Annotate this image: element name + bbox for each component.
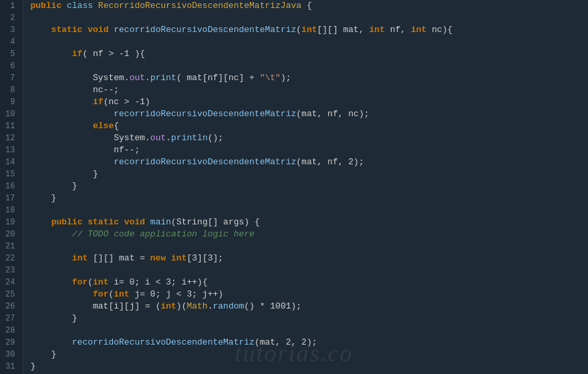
line-number: 13 (5, 144, 17, 156)
code-area: public class RecorridoRecursivoDescenden… (23, 0, 588, 374)
code-line: for(int j= 0; j < 3; j++) (30, 289, 581, 301)
line-number: 11 (5, 120, 17, 132)
line-number: 9 (5, 96, 17, 108)
code-line (30, 204, 581, 216)
code-line (30, 12, 581, 24)
line-number: 1 (5, 0, 17, 12)
code-line: public static void main(String[] args) { (30, 216, 581, 228)
code-line: public class RecorridoRecursivoDescenden… (30, 0, 581, 12)
code-line: static void recorridoRecursivoDescendent… (30, 24, 581, 36)
code-line: nf--; (30, 144, 581, 156)
line-number: 10 (5, 108, 17, 120)
line-number: 20 (5, 228, 17, 240)
code-line (30, 60, 581, 72)
line-number: 5 (5, 48, 17, 60)
code-line: } (30, 180, 581, 192)
line-number: 16 (5, 180, 17, 192)
line-number: 12 (5, 132, 17, 144)
line-number: 23 (5, 264, 17, 276)
line-numbers: 1234567891011121314151617181920212223242… (0, 0, 23, 374)
line-number: 21 (5, 240, 17, 252)
line-number: 31 (5, 361, 17, 373)
line-number: 22 (5, 252, 17, 264)
code-line: } (30, 192, 581, 204)
code-line (30, 240, 581, 252)
code-line: recorridoRecursivoDescendenteMatriz(mat,… (30, 337, 581, 349)
code-line: recorridoRecursivoDescendenteMatriz(mat,… (30, 108, 581, 120)
code-line: // TODO code application logic here (30, 228, 581, 240)
code-line: mat[i][j] = (int)(Math.random() * 1001); (30, 301, 581, 313)
line-number: 14 (5, 156, 17, 168)
line-number: 2 (5, 12, 17, 24)
line-number: 27 (5, 313, 17, 325)
line-number: 6 (5, 60, 17, 72)
line-number: 25 (5, 289, 17, 301)
code-line: if( nf > -1 ){ (30, 48, 581, 60)
code-line: } (30, 349, 581, 361)
line-number: 28 (5, 325, 17, 337)
code-line: } (30, 313, 581, 325)
code-line: } (30, 361, 581, 373)
line-number: 15 (5, 168, 17, 180)
line-number: 19 (5, 216, 17, 228)
line-number: 24 (5, 276, 17, 289)
code-line: if(nc > -1) (30, 96, 581, 108)
code-line: } (30, 168, 581, 180)
line-number: 3 (5, 24, 17, 36)
code-line (30, 36, 581, 48)
code-line: recorridoRecursivoDescendenteMatriz(mat,… (30, 156, 581, 168)
line-number: 26 (5, 301, 17, 313)
line-number: 18 (5, 204, 17, 216)
code-line (30, 325, 581, 337)
line-number: 8 (5, 84, 17, 96)
code-line: int [][] mat = new int[3][3]; (30, 252, 581, 264)
line-number: 29 (5, 337, 17, 349)
line-number: 17 (5, 192, 17, 204)
line-number: 7 (5, 72, 17, 84)
code-editor: 1234567891011121314151617181920212223242… (0, 0, 588, 374)
code-line (30, 264, 581, 276)
code-line: for(int i= 0; i < 3; i++){ (30, 276, 581, 289)
code-line: nc--; (30, 84, 581, 96)
code-line: System.out.println(); (30, 132, 581, 144)
code-line: else{ (30, 120, 581, 132)
code-line: System.out.print( mat[nf][nc] + "\t"); (30, 72, 581, 84)
line-number: 4 (5, 36, 17, 48)
line-number: 30 (5, 349, 17, 361)
